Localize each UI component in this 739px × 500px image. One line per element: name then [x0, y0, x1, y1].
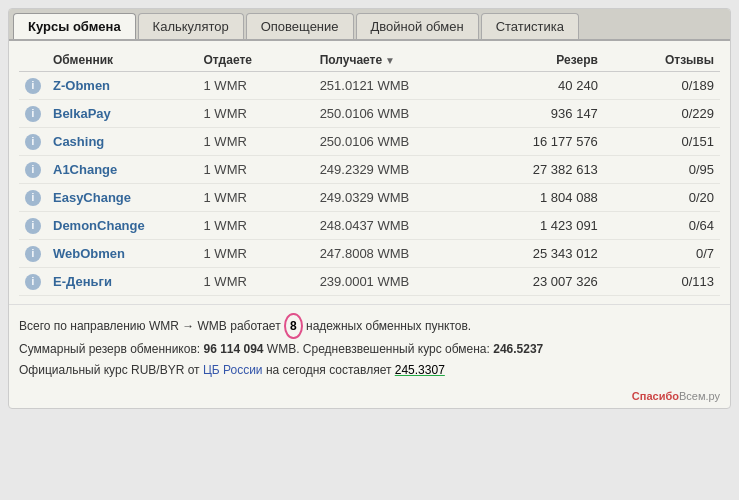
- exchanger-name: EasyChange: [47, 184, 198, 212]
- info-button[interactable]: i: [25, 162, 41, 178]
- footer-official-rate: 245.3307: [395, 363, 445, 377]
- exchanger-name: WebObmen: [47, 240, 198, 268]
- info-button[interactable]: i: [25, 78, 41, 94]
- footer-line3: Официальный курс RUB/BYR от ЦБ России на…: [19, 360, 720, 380]
- get-amount: 239.0001 WMB: [314, 268, 488, 296]
- watermark: СпасибоВсем.ру: [9, 386, 730, 408]
- reserve-amount: 936 147: [488, 100, 604, 128]
- reviews-count: 0/7: [604, 240, 720, 268]
- reserve-amount: 25 343 012: [488, 240, 604, 268]
- tab-statistics[interactable]: Статистика: [481, 13, 579, 39]
- footer-line2-pre: Суммарный резерв обменников:: [19, 342, 200, 356]
- exchanger-name: Z-Obmen: [47, 72, 198, 100]
- footer-line2-mid: WMB. Средневзвешенный курс обмена:: [267, 342, 490, 356]
- col-reserve: Резерв: [488, 49, 604, 72]
- info-button[interactable]: i: [25, 218, 41, 234]
- table-row: i Z-Obmen 1 WMR 251.0121 WMB 40 240 0/18…: [19, 72, 720, 100]
- exchange-table: Обменник Отдаете Получаете Резерв Отзывы…: [19, 49, 720, 296]
- table-row: i Cashing 1 WMR 250.0106 WMB 16 177 576 …: [19, 128, 720, 156]
- info-button[interactable]: i: [25, 106, 41, 122]
- get-amount: 251.0121 WMB: [314, 72, 488, 100]
- info-cell: i: [19, 72, 47, 100]
- reserve-amount: 23 007 326: [488, 268, 604, 296]
- footer-line3-mid: на сегодня составляет: [266, 363, 395, 377]
- reserve-amount: 1 804 088: [488, 184, 604, 212]
- reviews-count: 0/151: [604, 128, 720, 156]
- info-cell: i: [19, 184, 47, 212]
- footer-line1-pre: Всего по направлению WMR → WMB работает: [19, 319, 281, 333]
- give-amount: 1 WMR: [198, 240, 314, 268]
- reserve-amount: 1 423 091: [488, 212, 604, 240]
- nav-tabs: Курсы обмена Калькулятор Оповещение Двой…: [9, 9, 730, 41]
- info-cell: i: [19, 156, 47, 184]
- reviews-count: 0/20: [604, 184, 720, 212]
- give-amount: 1 WMR: [198, 72, 314, 100]
- footer-line3-pre: Официальный курс RUB/BYR от: [19, 363, 200, 377]
- tab-exchange-rates[interactable]: Курсы обмена: [13, 13, 136, 39]
- exchanger-name: Cashing: [47, 128, 198, 156]
- exchange-table-area: Обменник Отдаете Получаете Резерв Отзывы…: [9, 41, 730, 304]
- reviews-count: 0/229: [604, 100, 720, 128]
- col-exchanger: Обменник: [47, 49, 198, 72]
- table-row: i DemonChange 1 WMR 248.0437 WMB 1 423 0…: [19, 212, 720, 240]
- info-button[interactable]: i: [25, 134, 41, 150]
- footer-info: Всего по направлению WMR → WMB работает …: [9, 304, 730, 386]
- table-row: i EasyChange 1 WMR 249.0329 WMB 1 804 08…: [19, 184, 720, 212]
- get-amount: 250.0106 WMB: [314, 128, 488, 156]
- exchanger-name: BelkaPay: [47, 100, 198, 128]
- give-amount: 1 WMR: [198, 100, 314, 128]
- col-reviews: Отзывы: [604, 49, 720, 72]
- main-container: Курсы обмена Калькулятор Оповещение Двой…: [8, 8, 731, 409]
- table-row: i BelkaPay 1 WMR 250.0106 WMB 936 147 0/…: [19, 100, 720, 128]
- get-amount: 248.0437 WMB: [314, 212, 488, 240]
- footer-reserve: 96 114 094: [203, 342, 263, 356]
- give-amount: 1 WMR: [198, 268, 314, 296]
- get-amount: 250.0106 WMB: [314, 100, 488, 128]
- info-cell: i: [19, 268, 47, 296]
- info-button[interactable]: i: [25, 190, 41, 206]
- col-get[interactable]: Получаете: [314, 49, 488, 72]
- info-cell: i: [19, 100, 47, 128]
- footer-count-circle: 8: [284, 313, 303, 339]
- table-row: i E-Деньги 1 WMR 239.0001 WMB 23 007 326…: [19, 268, 720, 296]
- col-info: [19, 49, 47, 72]
- get-amount: 247.8008 WMB: [314, 240, 488, 268]
- get-amount: 249.0329 WMB: [314, 184, 488, 212]
- table-row: i A1Change 1 WMR 249.2329 WMB 27 382 613…: [19, 156, 720, 184]
- give-amount: 1 WMR: [198, 184, 314, 212]
- give-amount: 1 WMR: [198, 156, 314, 184]
- col-give: Отдаете: [198, 49, 314, 72]
- footer-avg-rate: 246.5237: [493, 342, 543, 356]
- table-row: i WebObmen 1 WMR 247.8008 WMB 25 343 012…: [19, 240, 720, 268]
- table-header-row: Обменник Отдаете Получаете Резерв Отзывы: [19, 49, 720, 72]
- footer-line1-post: надежных обменных пунктов.: [306, 319, 471, 333]
- tab-notification[interactable]: Оповещение: [246, 13, 354, 39]
- info-cell: i: [19, 212, 47, 240]
- tab-calculator[interactable]: Калькулятор: [138, 13, 244, 39]
- give-amount: 1 WMR: [198, 212, 314, 240]
- info-button[interactable]: i: [25, 246, 41, 262]
- reviews-count: 0/189: [604, 72, 720, 100]
- reserve-amount: 40 240: [488, 72, 604, 100]
- reviews-count: 0/64: [604, 212, 720, 240]
- exchanger-name: A1Change: [47, 156, 198, 184]
- exchanger-name: E-Деньги: [47, 268, 198, 296]
- info-cell: i: [19, 128, 47, 156]
- reviews-count: 0/113: [604, 268, 720, 296]
- reserve-amount: 16 177 576: [488, 128, 604, 156]
- give-amount: 1 WMR: [198, 128, 314, 156]
- footer-cbr-link[interactable]: ЦБ России: [203, 363, 263, 377]
- tab-double-exchange[interactable]: Двойной обмен: [356, 13, 479, 39]
- info-button[interactable]: i: [25, 274, 41, 290]
- info-cell: i: [19, 240, 47, 268]
- reviews-count: 0/95: [604, 156, 720, 184]
- exchanger-name: DemonChange: [47, 212, 198, 240]
- reserve-amount: 27 382 613: [488, 156, 604, 184]
- footer-line2: Суммарный резерв обменников: 96 114 094 …: [19, 339, 720, 359]
- get-amount: 249.2329 WMB: [314, 156, 488, 184]
- table-body: i Z-Obmen 1 WMR 251.0121 WMB 40 240 0/18…: [19, 72, 720, 296]
- footer-line1: Всего по направлению WMR → WMB работает …: [19, 313, 720, 339]
